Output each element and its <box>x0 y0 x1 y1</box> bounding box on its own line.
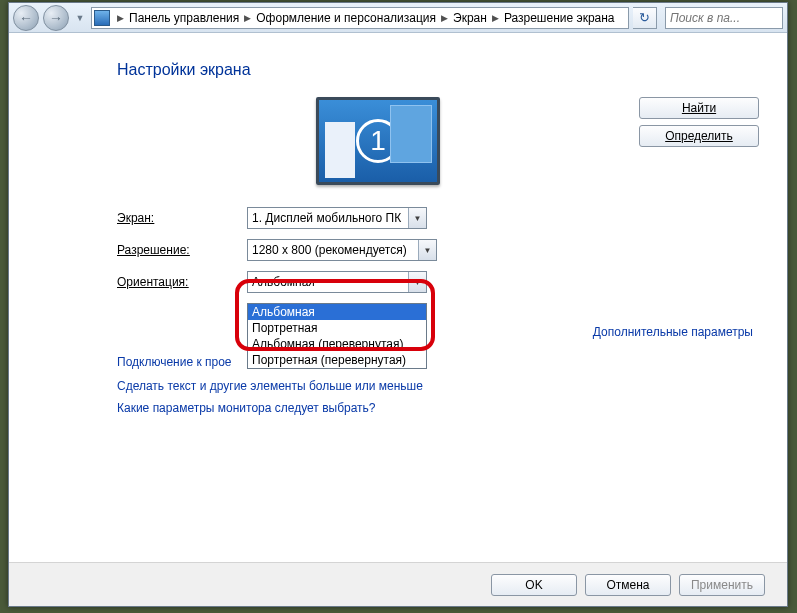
arrow-left-icon: ← <box>19 10 33 26</box>
chevron-right-icon: ▶ <box>114 13 127 23</box>
identify-button[interactable]: Найти <box>639 97 759 119</box>
orientation-row: Ориентация: Альбомная ▼ <box>117 271 759 293</box>
detect-button[interactable]: Определить <box>639 125 759 147</box>
orientation-option-landscape-flipped[interactable]: Альбомная (перевернутая) <box>248 336 426 352</box>
side-buttons: Найти Определить <box>639 97 759 147</box>
apply-button[interactable]: Применить <box>679 574 765 596</box>
chevron-down-icon: ▼ <box>418 240 436 260</box>
window: ← → ▼ ▶ Панель управления ▶ Оформление и… <box>8 2 788 607</box>
page-title: Настройки экрана <box>117 61 759 79</box>
resolution-value: 1280 x 800 (рекомендуется) <box>252 243 407 257</box>
titlebar: ← → ▼ ▶ Панель управления ▶ Оформление и… <box>9 3 787 33</box>
ok-button[interactable]: OK <box>491 574 577 596</box>
orientation-value: Альбомная <box>252 275 315 289</box>
text-size-link[interactable]: Сделать текст и другие элементы больше и… <box>117 379 423 393</box>
breadcrumb-resolution[interactable]: Разрешение экрана <box>502 11 617 25</box>
breadcrumb-appearance[interactable]: Оформление и персонализация <box>254 11 438 25</box>
monitor-icon: 1 <box>316 97 440 185</box>
chevron-right-icon: ▶ <box>438 13 451 23</box>
arrow-right-icon: → <box>49 10 63 26</box>
nav-forward-button[interactable]: → <box>43 5 69 31</box>
orientation-option-portrait[interactable]: Портретная <box>248 320 426 336</box>
refresh-button[interactable]: ↻ <box>633 7 657 29</box>
search-input[interactable] <box>666 11 797 25</box>
screen-value: 1. Дисплей мобильного ПК <box>252 211 401 225</box>
cancel-button[interactable]: Отмена <box>585 574 671 596</box>
resolution-combo[interactable]: 1280 x 800 (рекомендуется) ▼ <box>247 239 437 261</box>
refresh-icon: ↻ <box>639 10 650 25</box>
resolution-label: Разрешение: <box>117 243 247 257</box>
control-panel-icon <box>94 10 110 26</box>
address-bar[interactable]: ▶ Панель управления ▶ Оформление и персо… <box>91 7 629 29</box>
resolution-row: Разрешение: 1280 x 800 (рекомендуется) ▼ <box>117 239 759 261</box>
content-area: Настройки экрана 1 Найти Определить Экра… <box>9 33 787 563</box>
screen-row: Экран: 1. Дисплей мобильного ПК ▼ <box>117 207 759 229</box>
connect-projector-link[interactable]: Подключение к прое <box>117 355 232 369</box>
chevron-right-icon: ▶ <box>489 13 502 23</box>
advanced-settings-link[interactable]: Дополнительные параметры <box>593 325 753 339</box>
monitor-number: 1 <box>356 119 400 163</box>
footer: OK Отмена Применить <box>9 562 787 606</box>
orientation-option-landscape[interactable]: Альбомная <box>248 304 426 320</box>
chevron-down-icon: ▼ <box>408 208 426 228</box>
nav-history-dropdown[interactable]: ▼ <box>73 5 87 31</box>
orientation-dropdown: Альбомная Портретная Альбомная (переверн… <box>247 303 427 369</box>
breadcrumb-display[interactable]: Экран <box>451 11 489 25</box>
orientation-combo[interactable]: Альбомная ▼ <box>247 271 427 293</box>
nav-back-button[interactable]: ← <box>13 5 39 31</box>
screen-label: Экран: <box>117 211 247 225</box>
monitor-preview-row: 1 Найти Определить <box>117 97 759 185</box>
monitor-preview[interactable]: 1 <box>117 97 639 185</box>
chevron-down-icon: ▼ <box>408 272 426 292</box>
orientation-label: Ориентация: <box>117 275 247 289</box>
monitor-help-link[interactable]: Какие параметры монитора следует выбрать… <box>117 401 376 415</box>
chevron-right-icon: ▶ <box>241 13 254 23</box>
breadcrumb-control-panel[interactable]: Панель управления <box>127 11 241 25</box>
orientation-option-portrait-flipped[interactable]: Портретная (перевернутая) <box>248 352 426 368</box>
search-box[interactable]: 🔍 <box>665 7 783 29</box>
screen-combo[interactable]: 1. Дисплей мобильного ПК ▼ <box>247 207 427 229</box>
